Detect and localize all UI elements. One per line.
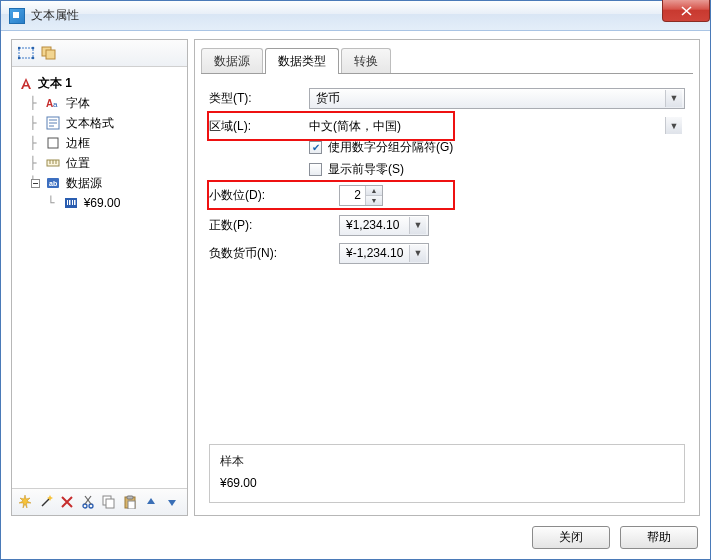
barcode-icon: [64, 195, 80, 211]
chevron-down-icon: ▼: [409, 245, 426, 262]
app-icon: [9, 8, 25, 24]
paragraph-icon: [46, 115, 62, 131]
tree-item-font[interactable]: ├ Aa 字体: [16, 93, 183, 113]
chevron-down-icon: ▼: [665, 90, 682, 107]
row-type: 类型(T): 货币 ▼: [209, 85, 685, 111]
row-group-separator: ✔ 使用数字分组分隔符(G): [209, 136, 685, 158]
expand-icon[interactable]: [30, 179, 42, 188]
svg-rect-13: [48, 138, 58, 148]
svg-text:a: a: [53, 100, 58, 109]
tree-item-position[interactable]: ├ 位置: [16, 153, 183, 173]
close-dialog-button[interactable]: 关闭: [532, 526, 610, 549]
close-button[interactable]: [662, 0, 710, 22]
close-icon: [681, 6, 692, 16]
wand-icon[interactable]: [37, 493, 55, 511]
svg-rect-33: [106, 499, 114, 508]
row-negative: 负数货币(N): ¥-1,234.10 ▼: [209, 240, 685, 266]
panes: 文本 1 ├ Aa 字体 ├ 文本格式: [11, 39, 700, 516]
group-sep-checkbox[interactable]: ✔: [309, 141, 322, 154]
content-area: 文本 1 ├ Aa 字体 ├ 文本格式: [1, 31, 710, 559]
type-value: 货币: [316, 90, 340, 107]
property-tree: 文本 1 ├ Aa 字体 ├ 文本格式: [12, 67, 187, 488]
svg-point-1: [18, 47, 20, 50]
dialog-window: 文本属性: [0, 0, 711, 560]
paste-icon[interactable]: [121, 493, 139, 511]
tree-item-border[interactable]: ├ 边框: [16, 133, 183, 153]
svg-point-3: [18, 57, 20, 60]
sample-title: 样本: [220, 453, 674, 470]
svg-text:ab: ab: [49, 180, 57, 187]
svg-rect-36: [128, 501, 135, 509]
chevron-down-icon: ▼: [409, 217, 426, 234]
negative-label: 负数货币(N):: [209, 245, 339, 262]
svg-point-4: [32, 57, 35, 60]
tabs: 数据源 数据类型 转换: [195, 40, 699, 74]
tab-datasource[interactable]: 数据源: [201, 48, 263, 74]
left-panel: 文本 1 ├ Aa 字体 ├ 文本格式: [11, 39, 188, 516]
positive-value: ¥1,234.10: [346, 218, 399, 232]
window-title: 文本属性: [31, 7, 79, 24]
spinner-down-icon[interactable]: ▼: [366, 196, 382, 205]
right-panel: 数据源 数据类型 转换 类型(T): 货币 ▼ 区域(L):: [194, 39, 700, 516]
move-down-icon[interactable]: [163, 493, 181, 511]
delete-icon[interactable]: [58, 493, 76, 511]
svg-rect-0: [19, 48, 33, 58]
leading-zero-checkbox[interactable]: [309, 163, 322, 176]
group-sep-label: 使用数字分组分隔符(G): [328, 139, 453, 156]
datasource-icon: ab: [46, 175, 62, 191]
ruler-icon: [46, 155, 62, 171]
tree-item-datasource-value[interactable]: └ ¥69.00: [16, 193, 183, 213]
svg-point-29: [89, 504, 93, 508]
positive-label: 正数(P):: [209, 217, 339, 234]
leading-zero-label: 显示前导零(S): [328, 161, 404, 178]
toolbar-select-icon[interactable]: [18, 44, 36, 62]
svg-rect-35: [127, 496, 133, 499]
svg-rect-25: [72, 200, 73, 205]
text-a-icon: [18, 75, 34, 91]
copy-icon[interactable]: [100, 493, 118, 511]
sample-box: 样本 ¥69.00: [209, 444, 685, 503]
tree-root-label: 文本 1: [38, 75, 72, 92]
svg-rect-6: [46, 50, 55, 59]
toolbar-copy-icon[interactable]: [40, 44, 58, 62]
spinner-up-icon[interactable]: ▲: [366, 186, 382, 196]
footer: 关闭 帮助: [11, 516, 700, 549]
tree-item-datasource[interactable]: └ ab 数据源: [16, 173, 183, 193]
font-aa-icon: Aa: [46, 95, 62, 111]
svg-rect-23: [67, 200, 68, 205]
row-decimals: 小数位(D): ▲ ▼: [209, 182, 685, 208]
tree-root[interactable]: 文本 1: [16, 73, 183, 93]
move-up-icon[interactable]: [142, 493, 160, 511]
positive-dropdown[interactable]: ¥1,234.10 ▼: [339, 215, 429, 236]
decimals-spinner[interactable]: ▲ ▼: [339, 185, 383, 206]
bottom-toolbar: [12, 488, 187, 515]
svg-rect-24: [69, 200, 71, 205]
svg-line-27: [42, 498, 50, 506]
tab-datatype[interactable]: 数据类型: [265, 48, 339, 74]
row-positive: 正数(P): ¥1,234.10 ▼: [209, 212, 685, 238]
new-icon[interactable]: [16, 493, 34, 511]
tree-item-textformat[interactable]: ├ 文本格式: [16, 113, 183, 133]
type-label: 类型(T):: [209, 90, 309, 107]
tab-transform[interactable]: 转换: [341, 48, 391, 74]
sample-value: ¥69.00: [220, 476, 674, 490]
border-icon: [46, 135, 62, 151]
svg-point-28: [83, 504, 87, 508]
chevron-down-icon: ▼: [665, 117, 682, 134]
region-dropdown[interactable]: ▼: [309, 115, 685, 136]
decimals-label: 小数位(D):: [209, 187, 339, 204]
type-dropdown[interactable]: 货币 ▼: [309, 88, 685, 109]
left-toolbar: [12, 40, 187, 67]
svg-rect-26: [74, 200, 76, 205]
negative-value: ¥-1,234.10: [346, 246, 403, 260]
cut-icon[interactable]: [79, 493, 97, 511]
negative-dropdown[interactable]: ¥-1,234.10 ▼: [339, 243, 429, 264]
help-button[interactable]: 帮助: [620, 526, 698, 549]
titlebar: 文本属性: [1, 1, 710, 31]
form-area: 类型(T): 货币 ▼ 区域(L): 中文(简体，中国) ▼: [195, 75, 699, 515]
row-leading-zero: 显示前导零(S): [209, 158, 685, 180]
svg-point-2: [32, 47, 35, 50]
